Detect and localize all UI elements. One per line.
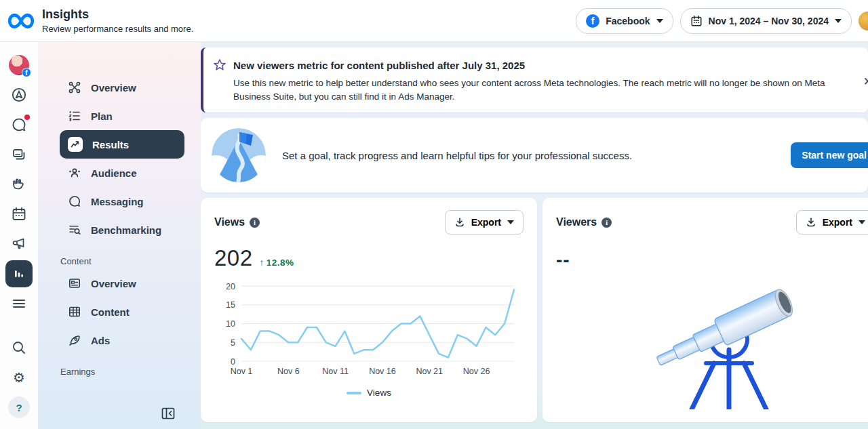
- list-search-icon: [68, 223, 81, 237]
- facebook-logo: f: [586, 14, 599, 28]
- views-card: Views i Export 202 ↑12.8% 05101520Nov 1N…: [201, 198, 537, 422]
- rocket-icon: [68, 333, 81, 347]
- svg-text:Nov 16: Nov 16: [369, 367, 396, 376]
- views-chart: 05101520Nov 1Nov 6Nov 11Nov 16Nov 21Nov …: [214, 278, 521, 380]
- legend-line-swatch: [347, 392, 361, 394]
- sidebar-item-overview[interactable]: Overview: [60, 73, 184, 102]
- download-icon: [454, 217, 465, 228]
- insights-icon-selected[interactable]: [0, 259, 38, 289]
- notice-title: New viewers metric for content published…: [233, 60, 525, 71]
- notification-dot: [24, 115, 30, 120]
- views-delta: 12.8%: [267, 258, 294, 268]
- facebook-badge-icon: f: [22, 68, 31, 77]
- new-metric-notice: New viewers metric for content published…: [201, 47, 868, 113]
- sidebar-item-label: Content: [91, 306, 130, 318]
- goal-banner: Set a goal, track progress and learn hel…: [201, 118, 868, 192]
- sidebar-item-plan[interactable]: Plan: [60, 102, 184, 130]
- sidebar-item-label: Overview: [91, 278, 136, 289]
- telescope-illustration: [644, 274, 814, 409]
- svg-text:10: 10: [226, 319, 235, 329]
- people-icon: [68, 166, 81, 180]
- goal-mountain-illustration: [212, 128, 266, 182]
- date-range-button[interactable]: Nov 1, 2024 – Nov 30, 2024: [680, 8, 852, 34]
- trend-chart-icon: [68, 137, 83, 152]
- left-icon-rail: f ⚙ ?: [0, 42, 38, 429]
- info-icon[interactable]: i: [250, 218, 260, 228]
- sidebar-item-label: Audience: [91, 167, 137, 179]
- chart-legend: Views: [214, 388, 524, 398]
- svg-text:Nov 11: Nov 11: [322, 367, 349, 376]
- sidebar-item-ads[interactable]: Ads: [60, 326, 184, 354]
- sidebar-item-label: Messaging: [91, 196, 144, 207]
- svg-text:Nov 1: Nov 1: [231, 367, 253, 376]
- posts-icon[interactable]: [0, 140, 38, 169]
- post-card-icon: [68, 277, 81, 290]
- sidebar-item-label: Overview: [91, 82, 136, 94]
- sidebar-item-label: Benchmarking: [91, 224, 161, 236]
- svg-text:0: 0: [231, 357, 235, 367]
- sidebar-item-messaging[interactable]: Messaging: [60, 187, 184, 216]
- more-menu-icon[interactable]: [0, 289, 38, 319]
- viewers-export-button[interactable]: Export: [796, 210, 868, 234]
- up-arrow-icon: ↑: [260, 258, 264, 268]
- help-icon[interactable]: ?: [0, 392, 38, 422]
- chevron-down-icon: [507, 220, 514, 224]
- chevron-down-icon: [656, 19, 663, 23]
- export-label: Export: [823, 217, 852, 228]
- calendar-icon: [690, 15, 703, 27]
- sidebar-item-label: Ads: [91, 335, 110, 346]
- start-new-goal-button[interactable]: Start new goal: [791, 142, 868, 168]
- viewers-value: --: [556, 249, 868, 271]
- sidebar-item-results[interactable]: Results: [60, 130, 184, 159]
- planner-calendar-icon[interactable]: [0, 199, 38, 229]
- sidebar-item-content[interactable]: Content: [60, 298, 184, 326]
- star-icon: [213, 58, 226, 72]
- user-avatar[interactable]: [859, 12, 868, 30]
- business-avatar[interactable]: f: [0, 50, 38, 80]
- goal-text: Set a goal, track progress and learn hel…: [282, 150, 632, 161]
- account-selector-button[interactable]: f Facebook: [576, 8, 673, 34]
- date-range-label: Nov 1, 2024 – Nov 30, 2024: [709, 16, 829, 26]
- chevron-down-icon: [835, 19, 842, 23]
- views-export-button[interactable]: Export: [445, 210, 524, 234]
- sidebar-item-label: Results: [92, 139, 129, 150]
- chevron-down-icon: [859, 220, 865, 224]
- chat-bubble-icon: [68, 195, 81, 208]
- search-icon[interactable]: [0, 333, 38, 363]
- svg-text:Nov 21: Nov 21: [416, 367, 443, 376]
- hub-icon: [68, 81, 81, 94]
- ordered-list-icon: [68, 109, 81, 123]
- sidebar-item-benchmarking[interactable]: Benchmarking: [60, 216, 184, 244]
- meta-logo[interactable]: [0, 12, 42, 30]
- svg-text:Nov 26: Nov 26: [463, 367, 490, 376]
- ads-manager-icon[interactable]: [0, 80, 38, 110]
- views-total: 202: [214, 245, 253, 271]
- insights-sidebar: Overview Plan Results Audience Messaging…: [38, 42, 201, 429]
- svg-text:15: 15: [226, 300, 235, 310]
- svg-text:20: 20: [226, 282, 235, 291]
- sidebar-item-audience[interactable]: Audience: [60, 159, 184, 187]
- promote-megaphone-icon[interactable]: [0, 229, 38, 259]
- sidebar-item-label: Plan: [91, 110, 113, 122]
- page-subtitle: Review performance results and more.: [42, 24, 193, 34]
- sidebar-item-content-overview[interactable]: Overview: [60, 269, 184, 298]
- top-header: Insights Review performance results and …: [0, 0, 868, 42]
- svg-text:5: 5: [231, 338, 235, 348]
- inbox-chat-icon[interactable]: [0, 110, 38, 140]
- collapse-panel-icon: [161, 407, 175, 420]
- main-content: New viewers metric for content published…: [201, 42, 868, 429]
- viewers-card: Viewers i Export --: [542, 198, 868, 422]
- account-selector-label: Facebook: [606, 16, 650, 26]
- section-label-earnings: Earnings: [60, 367, 184, 377]
- info-icon[interactable]: i: [601, 218, 612, 228]
- engage-hand-icon[interactable]: [0, 169, 38, 199]
- section-label-content: Content: [60, 256, 184, 266]
- settings-gear-icon[interactable]: ⚙: [0, 363, 38, 392]
- download-icon: [806, 217, 816, 228]
- export-label: Export: [471, 217, 501, 228]
- close-icon[interactable]: ✕: [863, 75, 868, 89]
- table-grid-icon: [68, 305, 81, 319]
- viewers-card-title: Viewers: [556, 216, 597, 228]
- svg-text:Nov 6: Nov 6: [277, 367, 300, 376]
- collapse-sidebar-button[interactable]: [60, 407, 184, 420]
